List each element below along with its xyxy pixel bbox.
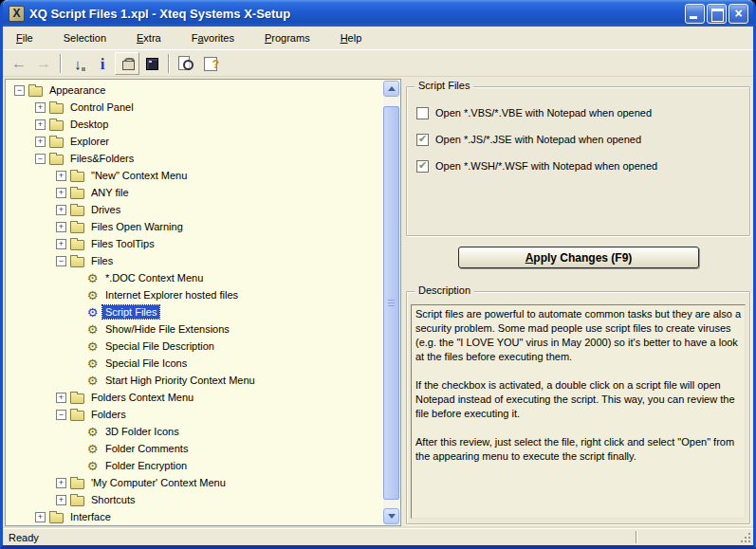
tree-item-label[interactable]: Start High Priority Context Menu xyxy=(102,374,258,387)
tree-item-files-folders[interactable]: −Files&Folders xyxy=(7,150,383,167)
apply-setting-button[interactable]: ↓ xyxy=(65,52,90,75)
tree-item-special-file-description[interactable]: ⚙Special File Description xyxy=(7,338,383,355)
tree-item-files-open-warning[interactable]: +Files Open Warning xyxy=(7,218,383,235)
tree-item-any-file[interactable]: +ANY file xyxy=(7,184,383,201)
tree-item-label[interactable]: "New" Context Menu xyxy=(88,169,190,182)
tree-scrollbar[interactable] xyxy=(383,81,399,524)
checkbox-label[interactable]: Open *.VBS/*.VBE with Notepad when opene… xyxy=(435,107,652,119)
maximize-button[interactable] xyxy=(707,4,727,24)
tree-item-appearance[interactable]: −Appearance xyxy=(7,82,383,99)
tree-item-label[interactable]: Appearance xyxy=(46,83,108,97)
tree-item-3d-folder-icons[interactable]: ⚙3D Folder Icons xyxy=(7,423,383,440)
tree-item-label[interactable]: Folder Comments xyxy=(102,442,191,455)
search-button[interactable] xyxy=(174,52,198,75)
tree-item-label[interactable]: Show/Hide File Extensions xyxy=(102,322,232,336)
expand-icon[interactable]: + xyxy=(56,478,66,488)
tree-item-label[interactable]: Internet Explorer hosted files xyxy=(102,288,241,302)
gears-icon: ⚙ xyxy=(85,426,100,438)
checkbox-checked-icon[interactable] xyxy=(416,160,429,173)
expand-icon[interactable]: + xyxy=(56,239,66,249)
tree-item-label[interactable]: 'My Computer' Context Menu xyxy=(88,476,229,489)
menu-item-selection[interactable]: Selection xyxy=(54,29,116,46)
expand-icon[interactable]: + xyxy=(56,393,66,403)
expand-icon[interactable]: + xyxy=(56,171,66,181)
help-button[interactable] xyxy=(198,52,223,75)
tree-item-label[interactable]: Explorer xyxy=(67,135,112,148)
menu-item-favorites[interactable]: Favorites xyxy=(182,29,244,46)
expand-icon[interactable]: + xyxy=(56,495,66,505)
tree-item-label[interactable]: *.DOC Context Menu xyxy=(102,271,206,284)
tree-item-show-hide-file-extensions[interactable]: ⚙Show/Hide File Extensions xyxy=(7,320,383,338)
tree-item-special-file-icons[interactable]: ⚙Special File Icons xyxy=(7,355,383,372)
tree-item-label[interactable]: Drives xyxy=(88,203,123,216)
tree-item-label[interactable]: Script Files xyxy=(102,305,159,319)
tree-item-label[interactable]: Folder Encryption xyxy=(102,459,190,472)
menu-item-extra[interactable]: Extra xyxy=(127,29,171,46)
menu-item-programs[interactable]: Programs xyxy=(255,29,320,46)
apply-changes-button[interactable]: Apply Changes (F9) xyxy=(458,247,699,268)
tree-item-desktop[interactable]: +Desktop xyxy=(7,116,383,133)
scroll-down-icon[interactable] xyxy=(383,508,399,524)
tree-item-doc-context-menu[interactable]: ⚙*.DOC Context Menu xyxy=(7,269,383,286)
tree-item-label[interactable]: Files Open Warning xyxy=(88,220,186,233)
tree-item-label[interactable]: Special File Description xyxy=(102,339,217,353)
expand-icon[interactable]: + xyxy=(56,188,66,198)
tree-item-label[interactable]: 3D Folder Icons xyxy=(102,425,182,438)
tree-item-shortcuts[interactable]: +Shortcuts xyxy=(7,491,383,508)
checkbox-unchecked-icon[interactable] xyxy=(416,107,429,119)
tree-item-folders[interactable]: −Folders xyxy=(7,406,383,423)
tree-item-label[interactable]: ANY file xyxy=(88,186,132,199)
tree-item-my-computer-context-menu[interactable]: +'My Computer' Context Menu xyxy=(7,474,383,491)
tree-item-label[interactable]: Shortcuts xyxy=(88,493,138,506)
tree-item-label[interactable]: Interface xyxy=(67,510,114,523)
tree-item-label[interactable]: Desktop xyxy=(67,118,111,131)
tree-item-label[interactable]: Files xyxy=(88,254,116,267)
expand-icon[interactable]: + xyxy=(56,205,66,215)
info-button[interactable]: i xyxy=(90,52,115,75)
expand-icon[interactable]: + xyxy=(35,102,46,113)
checkbox-label[interactable]: Open *.WSH/*.WSF with Notepad when opene… xyxy=(435,160,657,172)
tree-item-interface[interactable]: +Interface xyxy=(7,508,383,525)
expand-icon[interactable]: + xyxy=(35,119,46,130)
tree-item-label[interactable]: Folders xyxy=(88,408,129,421)
tree-item-explorer[interactable]: +Explorer xyxy=(7,133,383,150)
collapse-icon[interactable]: − xyxy=(14,85,25,96)
tree-item-label[interactable]: Folders Context Menu xyxy=(88,391,196,404)
expand-icon[interactable]: + xyxy=(35,137,46,147)
minimize-button[interactable] xyxy=(685,4,705,24)
menu-item-help[interactable]: Help xyxy=(331,29,372,46)
expand-icon[interactable]: + xyxy=(35,512,46,522)
tree-item-label[interactable]: Control Panel xyxy=(67,101,137,114)
tree-item-control-panel[interactable]: +Control Panel xyxy=(7,99,383,116)
tree-item-new-context-menu[interactable]: +"New" Context Menu xyxy=(7,167,383,184)
tree-item-folder-encryption[interactable]: ⚙Folder Encryption xyxy=(7,457,383,474)
tree-item-label[interactable]: Files ToolTips xyxy=(88,237,157,250)
tree-item-folders-context-menu[interactable]: +Folders Context Menu xyxy=(7,389,383,406)
back-button[interactable]: ← xyxy=(7,52,31,75)
collapse-icon[interactable]: − xyxy=(35,154,46,164)
checkbox-checked-icon[interactable] xyxy=(416,134,429,146)
lock-button[interactable] xyxy=(115,52,139,75)
collapse-icon[interactable]: − xyxy=(56,256,66,266)
resize-grip-icon[interactable] xyxy=(740,532,752,544)
close-button[interactable]: × xyxy=(728,4,748,24)
gears-icon: ⚙ xyxy=(85,340,100,353)
scroll-up-icon[interactable] xyxy=(383,81,399,97)
menu-bar: FileSelectionExtraFavoritesProgramsHelp xyxy=(3,27,753,49)
tree-item-files[interactable]: −Files xyxy=(7,252,383,269)
tree-item-label[interactable]: Files&Folders xyxy=(67,152,137,165)
tree-item-start-high-priority-context-menu[interactable]: ⚙Start High Priority Context Menu xyxy=(7,372,383,389)
tree-item-drives[interactable]: +Drives xyxy=(7,201,383,218)
expand-icon[interactable]: + xyxy=(56,222,66,232)
menu-item-file[interactable]: File xyxy=(7,29,43,46)
folder-icon xyxy=(70,172,84,182)
tree-item-label[interactable]: Special File Icons xyxy=(102,357,190,370)
checkbox-label[interactable]: Open *.JS/*.JSE with Notepad when opened xyxy=(435,134,641,145)
tree-item-files-tooltips[interactable]: +Files ToolTips xyxy=(7,235,383,252)
console-button[interactable] xyxy=(139,52,164,75)
scrollbar-thumb[interactable] xyxy=(383,106,399,500)
collapse-icon[interactable]: − xyxy=(56,410,66,420)
tree-item-folder-comments[interactable]: ⚙Folder Comments xyxy=(7,440,383,457)
tree-item-script-files[interactable]: ⚙Script Files xyxy=(7,303,383,320)
tree-item-internet-explorer-hosted-files[interactable]: ⚙Internet Explorer hosted files xyxy=(7,286,383,303)
